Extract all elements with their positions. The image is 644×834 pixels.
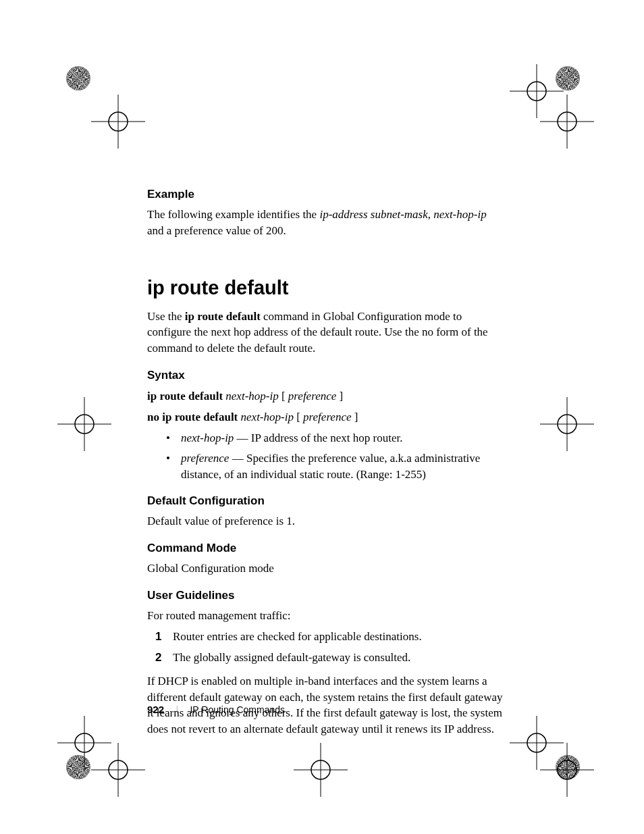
example-heading: Example <box>147 188 505 201</box>
list-item: 2The globally assigned default-gateway i… <box>147 649 505 667</box>
footer-divider: | <box>176 704 178 714</box>
bullet-term: next-hop-ip <box>181 432 234 444</box>
page-content: Example The following example identifies… <box>147 176 505 741</box>
default-config-heading: Default Configuration <box>147 494 505 508</box>
text-italic: preference <box>303 411 351 423</box>
crosshair-icon <box>294 743 348 797</box>
crosshair-icon <box>540 95 594 149</box>
text-bold: ip route default <box>185 310 261 323</box>
step-number: 1 <box>155 628 161 646</box>
default-config-text: Default value of preference is 1. <box>147 513 505 529</box>
text-italic: next-hop-ip <box>225 390 278 402</box>
command-intro: Use the ip route default command in Glob… <box>147 309 505 357</box>
text-fragment: [ <box>294 411 303 423</box>
registration-mark-icon <box>66 66 90 90</box>
syntax-heading: Syntax <box>147 369 505 382</box>
list-item: preference — Specifies the preference va… <box>147 450 505 483</box>
syntax-line: no ip route default next-hop-ip [ prefer… <box>147 409 505 426</box>
command-mode-text: Global Configuration mode <box>147 561 505 577</box>
crosshair-icon <box>91 743 145 797</box>
user-guidelines-intro: For routed management traffic: <box>147 608 505 624</box>
step-text: The globally assigned default-gateway is… <box>173 651 410 664</box>
page-number: 922 <box>147 704 164 715</box>
command-title: ip route default <box>147 277 505 299</box>
text-bold: ip route default <box>147 390 225 402</box>
crosshair-icon <box>91 95 145 149</box>
example-text: The following example identifies the ip-… <box>147 207 505 239</box>
step-text: Router entries are checked for applicabl… <box>173 630 422 643</box>
crosshair-icon <box>540 743 594 797</box>
text-fragment: ] <box>336 390 343 402</box>
text-fragment: The following example identifies the <box>147 208 319 221</box>
bullet-term: preference <box>181 452 229 465</box>
text-fragment: ] <box>352 411 358 423</box>
text-italic: preference <box>288 390 336 402</box>
text-fragment: Use the <box>147 310 185 323</box>
bullet-desc: — IP address of the next hop router. <box>234 432 402 444</box>
text-fragment: [ <box>279 390 288 402</box>
command-mode-heading: Command Mode <box>147 542 505 555</box>
crosshair-icon <box>540 397 594 451</box>
crosshair-icon <box>57 397 111 451</box>
list-item: next-hop-ip — IP address of the next hop… <box>147 430 505 446</box>
page-footer: 922 | IP Routing Commands <box>147 704 285 715</box>
syntax-line: ip route default next-hop-ip [ preferenc… <box>147 388 505 405</box>
text-italic: next-hop-ip <box>241 411 294 423</box>
text-bold: no ip route default <box>147 411 241 423</box>
chapter-name: IP Routing Commands <box>190 704 285 715</box>
user-guidelines-steps: 1Router entries are checked for applicab… <box>147 628 505 667</box>
step-number: 2 <box>155 649 161 667</box>
syntax-bullets: next-hop-ip — IP address of the next hop… <box>147 430 505 482</box>
list-item: 1Router entries are checked for applicab… <box>147 628 505 646</box>
text-italic: ip-address subnet-mask, next-hop-ip <box>319 208 486 221</box>
text-fragment: and a preference value of 200. <box>147 224 286 237</box>
user-guidelines-heading: User Guidelines <box>147 589 505 602</box>
